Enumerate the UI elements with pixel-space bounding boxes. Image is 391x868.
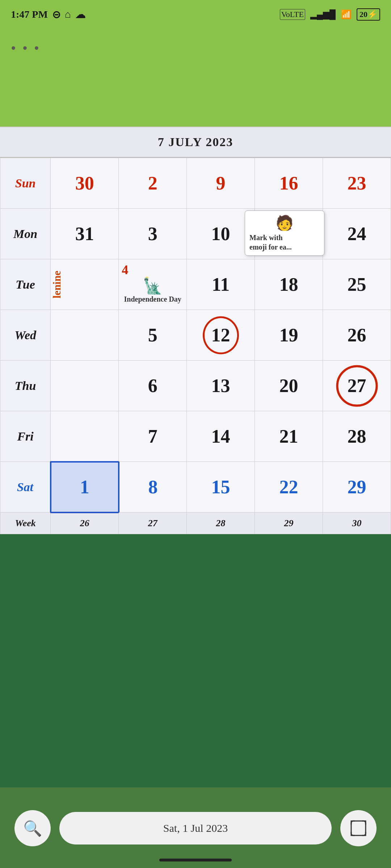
day-label-fri: Fri: [0, 411, 51, 462]
week-numbers-row: Week 26 27 28 29 30: [0, 512, 391, 534]
day-cell-sat-22[interactable]: 22: [255, 462, 323, 512]
more-options-dots[interactable]: • • •: [11, 40, 41, 57]
day-cell-mon-24[interactable]: 24: [323, 209, 391, 259]
day-cell-thu-20[interactable]: 20: [255, 361, 323, 411]
day-cell-thu-empty: [51, 361, 119, 411]
week-num-28: 28: [187, 512, 255, 534]
signal-icon: ▂▄▆█: [310, 9, 336, 20]
day-cell-sat-15[interactable]: 15: [187, 462, 255, 512]
home-icon: ⌂: [65, 9, 71, 20]
day-cell-tue-4[interactable]: 4 🗽 Independence Day: [119, 259, 187, 310]
day-cell-tue-empty: lenine: [51, 259, 119, 310]
tooltip-mark-with: 🧑 Mark with emoji for ea...: [245, 210, 324, 256]
day-cell-mon-17[interactable]: 17 🧑 Mark with emoji for ea...: [255, 209, 323, 259]
circle-marker-12: [203, 316, 239, 354]
day-label-wed: Wed: [0, 310, 51, 361]
day-cell-sun-30[interactable]: 30: [51, 158, 119, 209]
day-cell-mon-31[interactable]: 31: [51, 209, 119, 259]
day-label-tue: Tue: [0, 259, 51, 310]
wifi-icon: 📶: [341, 9, 352, 20]
day-cell-sun-16[interactable]: 16: [255, 158, 323, 209]
day-cell-mon-3[interactable]: 3: [119, 209, 187, 259]
cloud-icon: ☁: [75, 9, 85, 21]
table-row-mon: Mon 31 3 10 17 🧑 Mark with emoji for ea.…: [0, 209, 391, 259]
day-cell-fri-14[interactable]: 14: [187, 411, 255, 462]
table-row-fri: Fri 7 14 21 28: [0, 411, 391, 462]
day-cell-fri-28[interactable]: 28: [323, 411, 391, 462]
expand-button[interactable]: [340, 810, 377, 846]
week-num-29: 29: [255, 512, 323, 534]
independence-day-label: Independence Day: [124, 295, 181, 303]
status-bar: 1:47 PM ⊝ ⌂ ☁ VoLTE ▂▄▆█ 📶 20⚡: [0, 0, 391, 29]
ringer-icon: ⊝: [52, 9, 60, 21]
bottom-navigation-bar: 🔍 Sat, 1 Jul 2023: [0, 810, 391, 846]
status-right: VoLTE ▂▄▆█ 📶 20⚡: [280, 8, 380, 21]
day-cell-fri-empty: [51, 411, 119, 462]
day-label-thu: Thu: [0, 361, 51, 411]
expand-icon: [350, 820, 366, 836]
top-green-area: • • •: [0, 29, 391, 127]
day-cell-wed-empty: [51, 310, 119, 361]
time-display: 1:47 PM: [11, 9, 48, 20]
day-cell-sun-23[interactable]: 23: [323, 158, 391, 209]
battery-display: 20⚡: [357, 8, 380, 21]
statue-of-liberty-icon: 🗽: [143, 276, 163, 295]
day-cell-tue-11[interactable]: 11: [187, 259, 255, 310]
independence-day-num: 4: [122, 262, 128, 277]
day-cell-wed-26[interactable]: 26: [323, 310, 391, 361]
day-cell-sat-29[interactable]: 29: [323, 462, 391, 512]
day-cell-sat-1[interactable]: 1: [51, 462, 119, 512]
week-num-27: 27: [119, 512, 187, 534]
table-row-tue: Tue lenine 4 🗽 Independence Day 11 18 25: [0, 259, 391, 310]
day-cell-sun-2[interactable]: 2: [119, 158, 187, 209]
independence-day-content: 🗽 Independence Day: [119, 259, 186, 310]
table-row-sun: Sun 30 2 9 16 23: [0, 158, 391, 209]
day-cell-fri-7[interactable]: 7: [119, 411, 187, 462]
day-cell-mon-10[interactable]: 10: [187, 209, 255, 259]
bottom-green-area: [0, 534, 391, 787]
day-cell-thu-13[interactable]: 13: [187, 361, 255, 411]
date-search-bar[interactable]: Sat, 1 Jul 2023: [59, 812, 332, 844]
day-cell-fri-21[interactable]: 21: [255, 411, 323, 462]
day-cell-thu-6[interactable]: 6: [119, 361, 187, 411]
day-label-sun: Sun: [0, 158, 51, 209]
calendar-grid: Sun 30 2 9 16 23 Mon 31 3 10 17 🧑 Ma: [0, 158, 391, 534]
table-row-wed: Wed 5 12 19 26: [0, 310, 391, 361]
day-cell-thu-27[interactable]: 27: [323, 361, 391, 411]
selected-date-display: Sat, 1 Jul 2023: [163, 822, 228, 834]
week-label: Week: [0, 512, 51, 534]
day-cell-tue-18[interactable]: 18: [255, 259, 323, 310]
day-label-sat: Sat: [0, 462, 51, 512]
home-indicator: [159, 859, 232, 861]
table-row-sat: Sat 1 8 15 22 29: [0, 462, 391, 512]
calendar-container: 7 JULY 2023 Sun 30 2 9 16 23 Mon 31 3 10…: [0, 127, 391, 534]
circle-marker-27: [336, 365, 378, 407]
day-cell-tue-25[interactable]: 25: [323, 259, 391, 310]
status-left: 1:47 PM ⊝ ⌂ ☁: [11, 9, 85, 21]
search-button[interactable]: 🔍: [14, 810, 51, 846]
day-cell-sun-9[interactable]: 9: [187, 158, 255, 209]
week-num-30: 30: [323, 512, 391, 534]
day-label-mon: Mon: [0, 209, 51, 259]
day-cell-wed-12[interactable]: 12: [187, 310, 255, 361]
week-num-26: 26: [51, 512, 119, 534]
vertical-text-lenine: lenine: [51, 259, 63, 310]
day-cell-wed-5[interactable]: 5: [119, 310, 187, 361]
month-header: 7 JULY 2023: [0, 127, 391, 158]
day-cell-sat-8[interactable]: 8: [119, 462, 187, 512]
day-cell-wed-19[interactable]: 19: [255, 310, 323, 361]
svg-rect-0: [351, 821, 366, 835]
volte-icon: VoLTE: [280, 9, 305, 20]
table-row-thu: Thu 6 13 20 27: [0, 361, 391, 411]
